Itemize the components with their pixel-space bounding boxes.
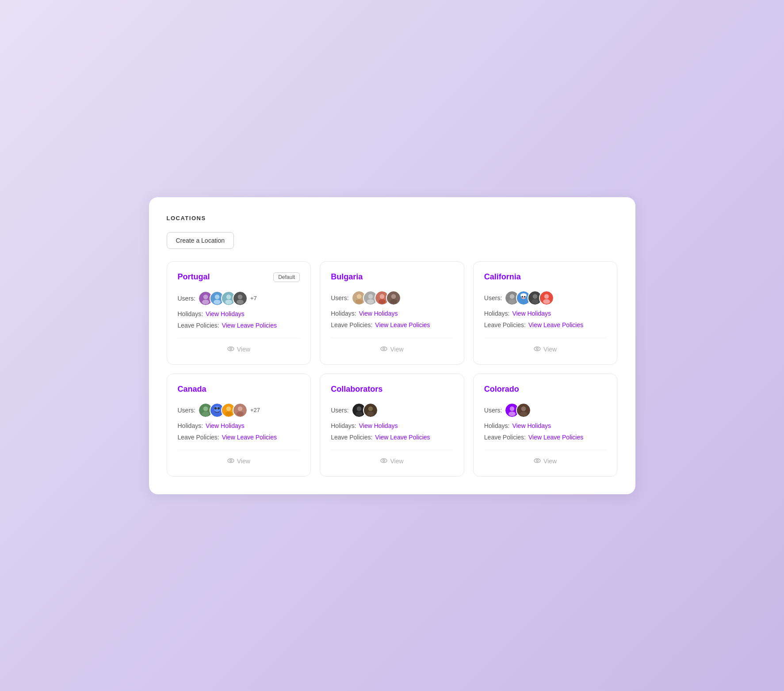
svg-point-74	[534, 458, 540, 462]
svg-point-16	[356, 299, 363, 304]
card-body: Users:+7Holidays:View HolidaysLeave Poli…	[178, 291, 300, 329]
holidays-label: Holidays:	[178, 422, 203, 429]
leave-row: Leave Policies:View Leave Policies	[331, 434, 453, 441]
users-row: Users:	[484, 290, 607, 305]
svg-point-15	[356, 294, 361, 299]
svg-point-21	[379, 294, 384, 299]
view-button[interactable]: View	[484, 450, 607, 466]
holidays-row: Holidays:View Holidays	[331, 310, 453, 317]
svg-point-8	[225, 299, 232, 304]
view-leave-policies-link[interactable]: View Leave Policies	[375, 434, 430, 441]
users-label: Users:	[331, 407, 348, 414]
create-location-button[interactable]: Create a Location	[167, 232, 234, 249]
svg-point-11	[237, 299, 244, 304]
view-holidays-link[interactable]: View Holidays	[206, 310, 245, 317]
leave-row: Leave Policies:View Leave Policies	[178, 322, 300, 329]
holidays-label: Holidays:	[331, 422, 356, 429]
svg-point-64	[368, 406, 373, 411]
view-leave-policies-link[interactable]: View Leave Policies	[222, 322, 277, 329]
page-title: LOCATIONS	[167, 215, 618, 221]
users-row: Users:	[331, 290, 453, 305]
card-header: Colorado	[484, 385, 607, 394]
users-row: Users:+27	[178, 403, 300, 418]
svg-point-61	[356, 406, 361, 411]
card-body: Users:Holidays:View HolidaysLeave Polici…	[331, 403, 453, 441]
location-name[interactable]: Colorado	[484, 385, 519, 394]
holidays-label: Holidays:	[484, 422, 510, 429]
avatar	[233, 403, 248, 418]
users-label: Users:	[178, 407, 195, 414]
default-badge: Default	[273, 272, 300, 282]
view-leave-policies-link[interactable]: View Leave Policies	[375, 321, 430, 328]
view-label: View	[237, 458, 250, 465]
svg-point-72	[521, 406, 526, 411]
svg-point-24	[391, 294, 396, 299]
leave-label: Leave Policies:	[484, 434, 526, 441]
avatar	[233, 291, 248, 306]
eye-icon	[534, 345, 541, 354]
location-card: CanadaUsers:+27Holidays:View HolidaysLea…	[167, 374, 311, 477]
users-label: Users:	[484, 407, 502, 414]
view-holidays-link[interactable]: View Holidays	[359, 310, 398, 317]
location-card: BulgariaUsers:Holidays:View HolidaysLeav…	[320, 261, 464, 365]
location-name[interactable]: Canada	[178, 385, 207, 394]
view-label: View	[237, 346, 250, 353]
location-card: ColoradoUsers:Holidays:View HolidaysLeav…	[473, 374, 618, 477]
svg-point-1	[203, 294, 208, 299]
svg-point-44	[536, 347, 538, 349]
view-leave-policies-link[interactable]: View Leave Policies	[222, 434, 277, 441]
svg-point-26	[381, 347, 387, 351]
users-label: Users:	[178, 295, 195, 302]
view-button[interactable]: View	[178, 338, 300, 354]
svg-point-38	[533, 294, 538, 299]
svg-point-50	[214, 407, 217, 409]
view-holidays-link[interactable]: View Holidays	[359, 422, 398, 429]
holidays-row: Holidays:View Holidays	[484, 310, 607, 317]
svg-point-30	[509, 299, 516, 304]
locations-grid: PortugalDefaultUsers:+7Holidays:View Hol…	[167, 261, 618, 477]
users-row: Users:+7	[178, 291, 300, 306]
svg-point-29	[510, 294, 515, 299]
view-holidays-link[interactable]: View Holidays	[206, 422, 245, 429]
holidays-row: Holidays:View Holidays	[178, 310, 300, 317]
view-button[interactable]: View	[331, 338, 453, 354]
svg-point-69	[510, 406, 515, 411]
svg-point-57	[237, 411, 244, 416]
svg-point-51	[218, 407, 220, 409]
view-button[interactable]: View	[331, 450, 453, 466]
svg-point-13	[230, 347, 232, 349]
avatar-group	[505, 290, 551, 305]
view-holidays-link[interactable]: View Holidays	[512, 422, 551, 429]
svg-point-41	[544, 294, 549, 299]
svg-point-22	[379, 299, 386, 304]
eye-icon	[227, 345, 234, 354]
svg-point-27	[383, 347, 385, 349]
svg-point-25	[390, 299, 397, 304]
avatar	[539, 290, 554, 305]
avatar	[363, 403, 378, 418]
svg-point-43	[534, 347, 540, 351]
card-header: Canada	[178, 385, 300, 394]
holidays-row: Holidays:View Holidays	[484, 422, 607, 429]
avatar-group	[352, 403, 375, 418]
holidays-label: Holidays:	[178, 310, 203, 317]
eye-icon	[380, 345, 387, 354]
svg-point-12	[228, 347, 234, 351]
view-button[interactable]: View	[484, 338, 607, 354]
svg-point-65	[367, 411, 374, 416]
view-label: View	[543, 458, 557, 465]
view-leave-policies-link[interactable]: View Leave Policies	[528, 321, 583, 328]
svg-point-2	[202, 299, 209, 304]
view-button[interactable]: View	[178, 450, 300, 466]
location-name[interactable]: Collaborators	[331, 385, 382, 394]
svg-point-66	[381, 458, 387, 462]
location-card: CollaboratorsUsers:Holidays:View Holiday…	[320, 374, 464, 477]
card-header: PortugalDefault	[178, 272, 300, 282]
svg-point-36	[522, 297, 525, 299]
location-name[interactable]: Portugal	[178, 272, 210, 282]
users-row: Users:	[331, 403, 453, 418]
view-holidays-link[interactable]: View Holidays	[512, 310, 551, 317]
location-name[interactable]: Bulgaria	[331, 272, 363, 282]
location-name[interactable]: California	[484, 272, 521, 282]
view-leave-policies-link[interactable]: View Leave Policies	[528, 434, 583, 441]
